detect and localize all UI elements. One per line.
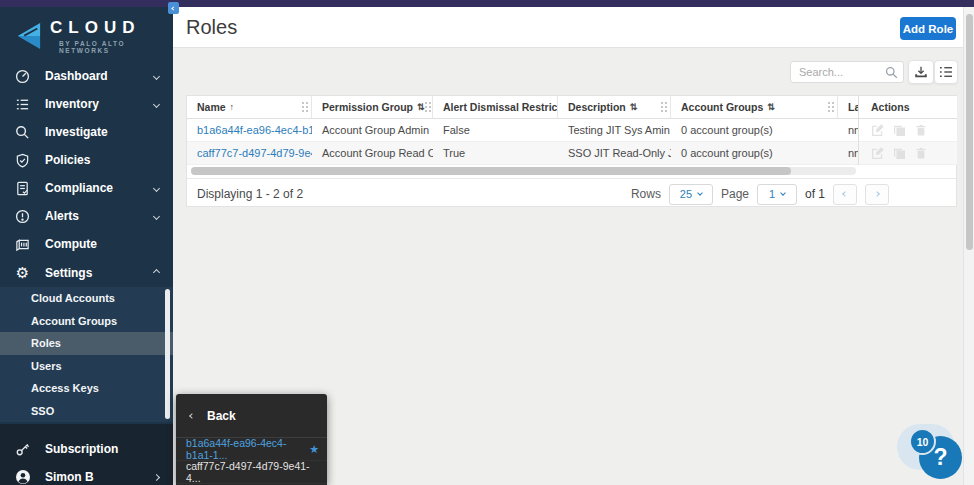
magnifier-icon	[14, 124, 31, 141]
role-name-link[interactable]: b1a6a44f-ea96-4ec4-b1...	[187, 124, 312, 136]
sidebar-item-settings[interactable]: ⚙ Settings	[0, 258, 173, 287]
sidebar-subitem-access-keys[interactable]: Access Keys	[0, 377, 173, 400]
chevron-right-icon	[153, 473, 160, 480]
document-check-icon	[14, 180, 31, 197]
chevron-left-icon	[171, 6, 175, 10]
delete-icon[interactable]	[915, 124, 927, 137]
sidebar-item-subscription[interactable]: Subscription	[0, 435, 173, 463]
sort-asc-icon: ↑	[230, 102, 235, 112]
sidebar-bottom-section: Subscription Simon B	[0, 424, 173, 485]
sidebar-collapse-button[interactable]	[168, 2, 179, 14]
search-input[interactable]	[791, 66, 885, 78]
description-cell: SSO JIT Read-Only JIT Test	[558, 147, 671, 159]
gear-icon: ⚙	[14, 264, 31, 281]
gauge-icon	[14, 68, 31, 85]
search-box	[790, 61, 904, 83]
alert-dismissal-cell: False	[433, 124, 558, 136]
sidebar-item-compliance[interactable]: Compliance	[0, 174, 173, 202]
account-groups-cell: 0 account group(s)	[671, 147, 838, 159]
sidebar-subitem-roles[interactable]: Roles	[0, 332, 173, 355]
alert-circle-icon	[14, 208, 31, 225]
star-icon[interactable]: ★	[309, 443, 319, 456]
next-page-button[interactable]	[865, 184, 889, 205]
table-horizontal-scrollbar[interactable]	[191, 167, 856, 175]
row-actions	[859, 119, 957, 142]
back-button[interactable]: Back	[176, 394, 327, 438]
sidebar-item-investigate[interactable]: Investigate	[0, 118, 173, 146]
inventory-list-icon	[14, 96, 31, 113]
prev-page-button[interactable]	[833, 184, 857, 205]
sidebar-subitem-users[interactable]: Users	[0, 355, 173, 378]
top-accent-bar	[0, 0, 974, 7]
column-header-permission-group[interactable]: Permission Group ⇅	[312, 96, 433, 118]
chevron-down-icon	[780, 190, 786, 196]
sidebar-subitem-sso[interactable]: SSO	[0, 400, 173, 423]
sidebar-item-dashboard[interactable]: Dashboard	[0, 62, 173, 90]
displaying-count: Displaying 1 - 2 of 2	[197, 187, 303, 201]
add-role-button[interactable]: Add Role	[900, 17, 956, 40]
chevron-left-icon	[189, 413, 195, 419]
page-total: of 1	[805, 187, 825, 201]
column-drag-handle-icon[interactable]	[302, 106, 304, 108]
edit-icon[interactable]	[871, 147, 884, 160]
column-header-description[interactable]: Description ⇅	[558, 96, 671, 118]
help-notification-badge: 10	[909, 428, 936, 455]
page-select[interactable]: 1	[757, 184, 797, 205]
sidebar-item-policies[interactable]: Policies	[0, 146, 173, 174]
compute-icon	[14, 236, 31, 253]
sidebar-scrollbar[interactable]	[165, 289, 170, 419]
sidebar-item-user-simon-b[interactable]: Simon B	[0, 463, 173, 485]
chevron-down-icon	[153, 100, 160, 107]
chevron-down-icon	[153, 212, 160, 219]
search-icon	[885, 66, 903, 79]
download-button[interactable]	[908, 60, 934, 84]
user-avatar-icon	[14, 469, 31, 485]
scrollbar-thumb[interactable]	[191, 167, 791, 175]
role-name-link[interactable]: caff77c7-d497-4d79-9e4...	[187, 147, 312, 159]
column-settings-button[interactable]	[934, 60, 958, 84]
sidebar-item-inventory[interactable]: Inventory	[0, 90, 173, 118]
sidebar-item-alerts[interactable]: Alerts	[0, 202, 173, 230]
column-drag-handle-icon[interactable]	[828, 106, 830, 108]
row-actions	[859, 142, 957, 165]
permission-group-cell: Account Group Admin	[312, 124, 433, 136]
sidebar-item-compute[interactable]: Compute	[0, 230, 173, 258]
table-row: b1a6a44f-ea96-4ec4-b1... Account Group A…	[187, 119, 956, 142]
sidebar-subitem-account-groups[interactable]: Account Groups	[0, 310, 173, 333]
cloud-logo-icon	[14, 22, 42, 50]
brand-logo: CLOUD BY PALO ALTO NETWORKS	[0, 7, 173, 62]
table-columns-icon	[939, 66, 953, 78]
sidebar-subitem-cloud-accounts[interactable]: Cloud Accounts	[0, 287, 173, 310]
page-vertical-scrollbar[interactable]	[963, 7, 974, 485]
permission-group-cell: Account Group Read Only	[312, 147, 433, 159]
table-row: caff77c7-d497-4d79-9e4... Account Group …	[187, 142, 956, 165]
description-cell: Testing JIT Sys Amin	[558, 124, 671, 136]
shield-check-icon	[14, 152, 31, 169]
column-header-alert-dismissal-restricted[interactable]: Alert Dismissal Restricted ⇅	[433, 96, 558, 118]
edit-icon[interactable]	[871, 124, 884, 137]
clone-icon[interactable]	[893, 147, 906, 160]
column-header-account-groups[interactable]: Account Groups ⇅	[671, 96, 838, 118]
rows-label: Rows	[631, 187, 661, 201]
rows-per-page-select[interactable]: 25	[669, 184, 713, 205]
delete-icon[interactable]	[915, 147, 927, 160]
column-drag-handle-icon[interactable]	[661, 106, 663, 108]
sort-both-icon: ⇅	[630, 102, 638, 112]
page-label: Page	[721, 187, 749, 201]
popup-item[interactable]: b1a6a44f-ea96-4ec4-b1a1-1... ★	[176, 438, 327, 461]
chevron-down-icon	[153, 72, 160, 79]
actions-column: Actions	[858, 96, 957, 165]
alert-dismissal-cell: True	[433, 147, 558, 159]
popup-item[interactable]: caff77c7-d497-4d79-9e41-4...	[176, 461, 327, 484]
settings-submenu: Cloud Accounts Account Groups Roles User…	[0, 287, 173, 422]
chevron-down-icon	[697, 190, 703, 196]
sidebar: CLOUD BY PALO ALTO NETWORKS Dashboard In…	[0, 7, 173, 485]
column-drag-handle-icon[interactable]	[425, 106, 427, 108]
chevron-up-icon	[153, 269, 160, 276]
key-icon	[14, 441, 31, 458]
table-header-row: Name ↑ Permission Group ⇅ Alert Dismissa…	[187, 96, 956, 119]
brand-subtitle: BY PALO ALTO NETWORKS	[59, 40, 173, 54]
scrollbar-thumb[interactable]	[966, 14, 973, 250]
column-header-name[interactable]: Name ↑	[187, 96, 312, 118]
clone-icon[interactable]	[893, 124, 906, 137]
